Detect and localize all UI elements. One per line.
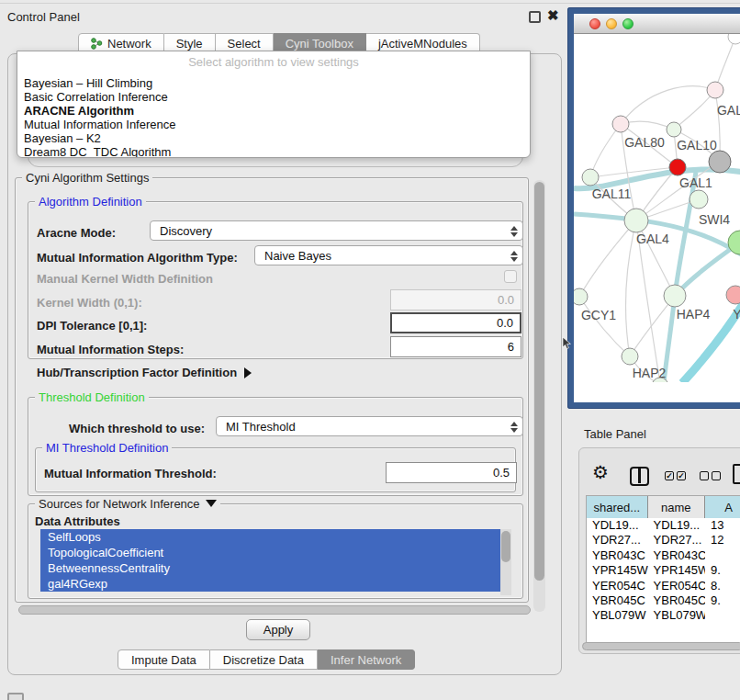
table-panel: ⚙ ✓ ✓ shared...nameA YDL19...YDL19...13Y…: [578, 447, 740, 654]
checkbox-unchecked-icon[interactable]: [700, 471, 709, 480]
table-cell: YBR043C: [587, 548, 648, 563]
table-cell: YBR045C: [587, 593, 648, 608]
table-cell: 13: [705, 518, 740, 533]
node-GCY1[interactable]: [574, 288, 588, 305]
settings-vertical-scrollbar[interactable]: [533, 180, 545, 612]
network-view-window: GAL80GAL10GAL1GAL11SWI4GAL4GCY1HAP4YHAP2…: [567, 7, 740, 409]
manual-kernel-label: Manual Kernel Width Definition: [37, 272, 213, 286]
scrollbar-thumb[interactable]: [501, 531, 510, 562]
mi-threshold-field[interactable]: 0.5: [386, 462, 517, 483]
table-row[interactable]: YER054CYER054C8.: [587, 579, 740, 593]
node-red-selected[interactable]: [669, 159, 686, 175]
sources-title: Sources for Network Inference: [39, 497, 200, 511]
gear-icon[interactable]: ⚙: [592, 463, 609, 481]
node-attribute-table: shared...nameA YDL19...YDL19...13YDR27..…: [586, 495, 740, 645]
float-panel-icon[interactable]: [529, 11, 541, 23]
network-edge: [590, 124, 621, 177]
kernel-width-field[interactable]: 0.0: [390, 289, 521, 310]
algorithm-option[interactable]: Dream8 DC_TDC Algorithm: [24, 145, 175, 158]
table-cell: YDR27...: [587, 533, 648, 548]
settings-horizontal-scrollbar[interactable]: [18, 605, 531, 615]
node-salmon-right[interactable]: [726, 286, 740, 304]
table-row[interactable]: YDR27...YDR27...12: [587, 533, 740, 548]
tab-infer-network[interactable]: Infer Network: [318, 649, 415, 670]
manual-kernel-checkbox[interactable]: [504, 270, 517, 283]
tab-impute-data[interactable]: Impute Data: [118, 649, 210, 670]
network-window-titlebar[interactable]: [574, 14, 740, 34]
algorithm-option[interactable]: Bayesian – Hill Climbing: [24, 76, 175, 90]
mi-steps-field[interactable]: 6: [390, 336, 521, 357]
table-cell: 9.: [705, 593, 740, 608]
bottom-left-button[interactable]: [7, 693, 24, 700]
desktop: Control Panel ✖ Network Style Select Cyn…: [0, 0, 740, 700]
aracne-mode-label: Aracne Mode:: [37, 226, 116, 240]
table-row[interactable]: YBL079WYBL079W: [587, 608, 740, 622]
table-cell: YBL079W: [648, 608, 705, 622]
which-threshold-select[interactable]: MI Threshold: [216, 416, 523, 436]
node-GAL4[interactable]: [624, 209, 648, 232]
node-GAL11[interactable]: [582, 169, 599, 186]
selected-value: Naive Bayes: [264, 249, 331, 263]
column-header[interactable]: name: [648, 496, 705, 518]
node-label: Y: [733, 307, 740, 322]
top-divider: [0, 3, 740, 4]
table-cell: YBR043C: [648, 548, 705, 563]
node-unlabeled-top[interactable]: [728, 34, 740, 44]
hub-definition-label: Hub/Transcription Factor Definition: [37, 366, 237, 379]
tab-label: Style: [176, 37, 203, 51]
checkbox-checked-icon[interactable]: ✓: [665, 471, 674, 480]
node-HAP2[interactable]: [622, 348, 638, 365]
zoom-window-icon[interactable]: [622, 18, 633, 29]
node-pink-top[interactable]: [707, 82, 723, 98]
checkbox-unchecked-icon[interactable]: [712, 471, 721, 480]
close-window-icon[interactable]: [589, 18, 600, 29]
apply-button[interactable]: Apply: [246, 619, 310, 640]
close-panel-icon[interactable]: ✖: [547, 7, 559, 24]
algorithm-option[interactable]: Basic Correlation Inference: [24, 90, 175, 104]
node-label: GCY1: [581, 308, 616, 322]
table-horizontal-scrollbar[interactable]: [582, 642, 740, 650]
dpi-tolerance-field[interactable]: 0.0: [390, 312, 521, 333]
column-header[interactable]: shared...: [587, 496, 648, 518]
attribute-list-item[interactable]: TopologicalCoefficient: [40, 545, 500, 560]
node-GAL10[interactable]: [667, 122, 681, 137]
node-GAL80[interactable]: [612, 116, 629, 132]
attribute-list-item[interactable]: SelfLoops: [40, 529, 500, 545]
attribute-list-item[interactable]: BetweennessCentrality: [40, 560, 500, 576]
tab-label: Impute Data: [131, 653, 196, 667]
node-HAP4[interactable]: [664, 285, 686, 307]
algorithm-option[interactable]: ARACNE Algorithm: [24, 104, 175, 118]
attributes-list-scrollbar[interactable]: [500, 529, 511, 595]
table-cell: YDL19...: [587, 518, 648, 533]
selected-value: Discovery: [160, 224, 212, 238]
network-canvas[interactable]: GAL80GAL10GAL1GAL11SWI4GAL4GCY1HAP4YHAP2…: [574, 34, 740, 382]
group-title: Algorithm Definition: [35, 195, 146, 209]
split-columns-icon[interactable]: [630, 467, 649, 486]
table-cell: YBR045C: [648, 593, 705, 608]
new-table-icon[interactable]: [733, 464, 740, 484]
data-attributes-list[interactable]: SelfLoopsTopologicalCoefficientBetweenne…: [40, 529, 511, 595]
column-header[interactable]: A: [705, 496, 740, 518]
table-row[interactable]: YPR145WYPR145W9.: [587, 563, 740, 578]
hub-definition-expander[interactable]: Hub/Transcription Factor Definition: [37, 366, 252, 379]
aracne-mode-select[interactable]: Discovery: [150, 220, 523, 241]
table-header-row: shared...nameA: [587, 496, 740, 518]
table-row[interactable]: YBR043CYBR043C: [587, 548, 740, 563]
stepper-icon: [510, 421, 518, 434]
attribute-list-item[interactable]: gal4RGexp: [40, 576, 500, 592]
scrollbar-thumb[interactable]: [534, 182, 544, 581]
node-SWI4[interactable]: [690, 190, 708, 209]
mi-threshold-label: Mutual Information Threshold:: [44, 467, 217, 480]
algorithm-option[interactable]: Bayesian – K2: [24, 131, 175, 145]
table-cell: YPR145W: [648, 563, 705, 578]
checkbox-checked-icon[interactable]: ✓: [677, 471, 686, 480]
mouse-cursor: [562, 337, 571, 350]
algorithm-option[interactable]: Mutual Information Inference: [24, 118, 175, 131]
table-row[interactable]: YBR045CYBR045C9.: [587, 593, 740, 608]
node-gray[interactable]: [709, 151, 731, 173]
tab-discretize-data[interactable]: Discretize Data: [210, 649, 318, 670]
table-row[interactable]: YDL19...YDL19...13: [587, 518, 740, 533]
sources-collapser[interactable]: Sources for Network Inference: [35, 497, 220, 511]
mi-algorithm-type-select[interactable]: Naive Bayes: [254, 245, 523, 265]
minimize-window-icon[interactable]: [606, 18, 617, 29]
